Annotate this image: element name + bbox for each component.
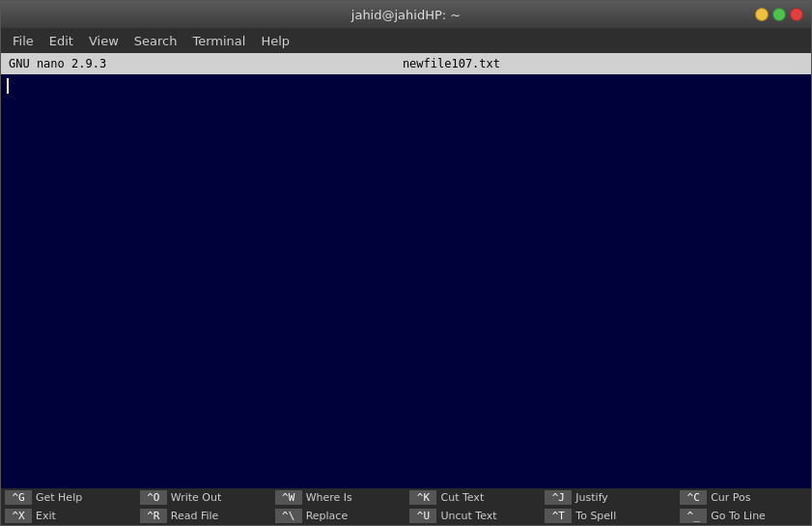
shortcut-key-where-is: ^W <box>275 490 302 505</box>
window-controls <box>755 8 803 21</box>
menu-view[interactable]: View <box>81 32 126 50</box>
shortcut-label-uncut-text: Uncut Text <box>440 510 496 522</box>
shortcut-label-get-help: Get Help <box>36 491 82 504</box>
shortcut-get-help[interactable]: ^G Get Help <box>1 488 136 507</box>
shortcut-where-is[interactable]: ^W Where Is <box>271 488 406 507</box>
title-bar: jahid@jahidHP: ~ <box>1 1 811 28</box>
shortcut-key-exit: ^X <box>5 509 32 523</box>
shortcut-label-justify: Justify <box>575 491 608 504</box>
shortcut-key-get-help: ^G <box>5 490 32 505</box>
shortcut-label-write-out: Write Out <box>171 491 221 504</box>
shortcut-label-where-is: Where Is <box>306 491 352 504</box>
shortcut-read-file[interactable]: ^R Read File <box>136 507 271 525</box>
terminal-window: jahid@jahidHP: ~ File Edit View Search T… <box>0 0 812 526</box>
shortcut-write-out[interactable]: ^O Write Out <box>136 488 271 507</box>
shortcut-key-go-to-line: ^_ <box>680 509 707 523</box>
shortcut-key-justify: ^J <box>545 490 572 505</box>
shortcut-label-exit: Exit <box>36 510 56 522</box>
shortcut-key-cur-pos: ^C <box>680 490 707 505</box>
shortcut-key-read-file: ^R <box>140 509 167 523</box>
shortcut-justify[interactable]: ^J Justify <box>541 488 676 507</box>
shortcut-label-replace: Replace <box>306 510 349 522</box>
minimize-button[interactable] <box>755 8 769 21</box>
menu-edit[interactable]: Edit <box>42 32 81 50</box>
close-button[interactable] <box>790 8 803 21</box>
menu-search[interactable]: Search <box>126 32 185 50</box>
shortcut-label-go-to-line: Go To Line <box>711 510 766 522</box>
menu-terminal[interactable]: Terminal <box>184 32 253 50</box>
nano-filename: newfile107.txt <box>403 57 500 70</box>
shortcut-uncut-text[interactable]: ^U Uncut Text <box>406 507 541 525</box>
shortcut-key-write-out: ^O <box>140 490 167 505</box>
shortcut-go-to-line[interactable]: ^_ Go To Line <box>676 507 811 525</box>
shortcut-cut-text[interactable]: ^K Cut Text <box>406 488 541 507</box>
shortcut-to-spell[interactable]: ^T To Spell <box>541 507 676 525</box>
editor-area[interactable] <box>1 74 811 488</box>
shortcut-replace[interactable]: ^\ Replace <box>271 507 406 525</box>
maximize-button[interactable] <box>772 8 786 21</box>
menu-file[interactable]: File <box>5 32 42 50</box>
shortcut-exit[interactable]: ^X Exit <box>1 507 136 525</box>
shortcut-label-cut-text: Cut Text <box>440 491 484 504</box>
menu-bar: File Edit View Search Terminal Help <box>1 28 811 53</box>
text-cursor <box>7 78 9 94</box>
shortcut-bar: ^G Get Help ^O Write Out ^W Where Is ^K … <box>1 488 811 525</box>
shortcut-row-1: ^G Get Help ^O Write Out ^W Where Is ^K … <box>1 488 811 507</box>
nano-version: GNU nano 2.9.3 <box>9 57 106 70</box>
shortcut-label-to-spell: To Spell <box>575 510 616 522</box>
window-title: jahid@jahidHP: ~ <box>351 8 461 22</box>
menu-help[interactable]: Help <box>253 32 297 50</box>
shortcut-cur-pos[interactable]: ^C Cur Pos <box>676 488 811 507</box>
shortcut-key-uncut-text: ^U <box>409 509 436 523</box>
shortcut-label-cur-pos: Cur Pos <box>711 491 750 504</box>
nano-header: GNU nano 2.9.3 newfile107.txt <box>1 53 811 74</box>
shortcut-key-replace: ^\ <box>275 509 302 523</box>
shortcut-key-to-spell: ^T <box>545 509 572 523</box>
shortcut-row-2: ^X Exit ^R Read File ^\ Replace ^U Uncut… <box>1 507 811 525</box>
shortcut-label-read-file: Read File <box>171 510 219 522</box>
nano-header-right <box>797 57 803 70</box>
shortcut-key-cut-text: ^K <box>409 490 436 505</box>
